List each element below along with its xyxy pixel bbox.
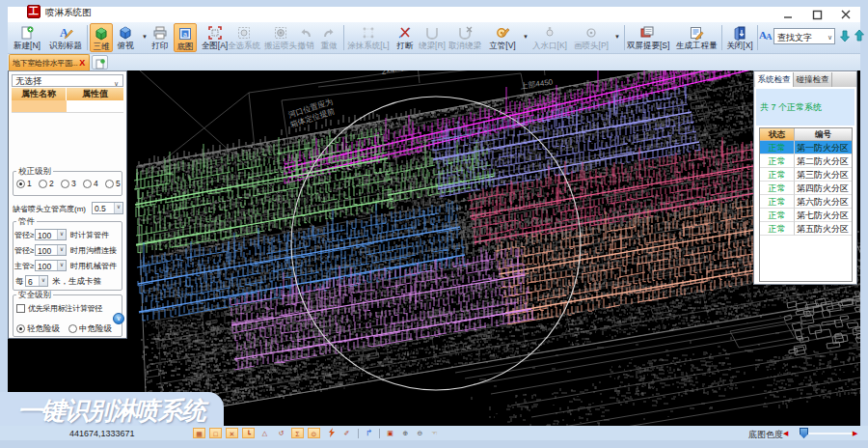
svg-text:上部4450: 上部4450 <box>519 77 554 91</box>
svg-text:A: A <box>766 32 773 42</box>
svg-text:2×4×4×50: 2×4×4×50 <box>381 70 418 76</box>
svg-text:a: a <box>183 31 187 38</box>
svg-text:A: A <box>60 26 68 40</box>
